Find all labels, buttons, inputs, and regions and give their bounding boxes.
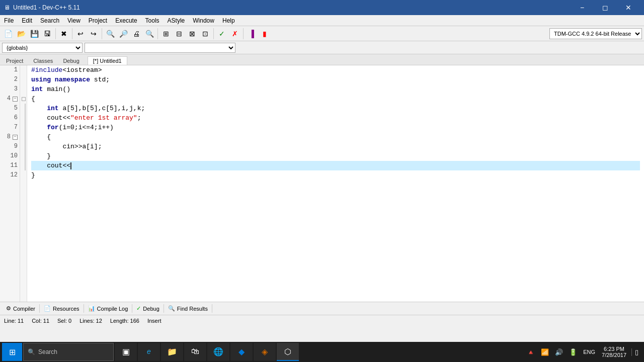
taskbar-explorer[interactable]: 📁: [161, 343, 183, 361]
code-line-10: }: [31, 151, 640, 161]
run2-button[interactable]: ▮: [259, 28, 271, 40]
taskbar-volume-icon[interactable]: 🔊: [553, 348, 565, 356]
sep5: [213, 28, 214, 39]
taskbar-search[interactable]: 🔍 Search: [23, 343, 114, 361]
taskbar-time: 6:23 PM: [602, 346, 626, 352]
fold-4[interactable]: −: [13, 97, 18, 102]
tb-grid3[interactable]: ⊠: [186, 28, 198, 40]
undo-button[interactable]: ↩: [74, 28, 87, 40]
left-gutter: [20, 65, 27, 302]
function-dropdown[interactable]: {globals}: [2, 43, 83, 53]
taskbar-show-desktop[interactable]: ▯: [631, 348, 640, 356]
status-resources[interactable]: 📄 Resources: [40, 304, 84, 313]
gutter-7: [20, 123, 27, 132]
tab-debug[interactable]: Debug: [59, 57, 83, 65]
code-area[interactable]: 1 2 3 4 − 5 6 7 8 − 9 10 11 12: [0, 65, 644, 302]
save-all-button[interactable]: 🖫: [41, 28, 53, 40]
taskbar-app1[interactable]: ◆: [230, 343, 253, 361]
menu-window[interactable]: Window: [189, 15, 218, 26]
cursor: [70, 162, 71, 169]
menu-help[interactable]: Help: [218, 15, 239, 26]
code-kw-namespace: namespace: [55, 75, 90, 84]
save-button[interactable]: 💾: [28, 28, 40, 40]
code-text-2: std;: [90, 75, 110, 84]
code-kw-using: using: [31, 75, 51, 84]
taskbar-lang-icon[interactable]: ENG: [582, 349, 597, 355]
close-button[interactable]: ✕: [617, 0, 640, 15]
status-debug[interactable]: ✓ Debug: [132, 304, 164, 313]
taskbar-up-icon[interactable]: 🔺: [525, 348, 536, 356]
tab-project[interactable]: Project: [2, 57, 27, 65]
compiler-label: Compiler: [13, 306, 35, 312]
line-num-5: 5: [2, 104, 18, 113]
gutter-9: [20, 142, 27, 151]
menu-file[interactable]: File: [0, 15, 18, 26]
taskbar-devcpp[interactable]: ⬡: [277, 343, 299, 361]
menu-edit[interactable]: Edit: [18, 15, 36, 26]
code-text-11: cout<<: [47, 161, 70, 170]
menu-execute[interactable]: Execute: [111, 15, 141, 26]
toolbar1: 📄 📂 💾 🖫 ✖ ↩ ↪ 🔍 🔎 🖨 🔍 ⊞ ⊟ ⊠ ⊡ ✓ ✗ ▐ ▮ TD…: [0, 26, 644, 41]
gutter-3: [20, 84, 27, 94]
zoom-in-button[interactable]: 🔍: [104, 28, 116, 40]
menu-astyle[interactable]: AStyle: [164, 15, 189, 26]
tb-grid1[interactable]: ⊞: [160, 28, 172, 40]
code-indent-10: [31, 151, 47, 161]
debug-label: Debug: [143, 306, 159, 312]
start-button[interactable]: ⊞: [2, 343, 22, 361]
project-nav-tabs: Project Classes Debug: [2, 57, 84, 65]
file-tab-untitled1[interactable]: [*] Untitled1: [88, 56, 127, 65]
status-compile-log[interactable]: 📊 Compile Log: [84, 304, 133, 313]
taskbar-battery-icon[interactable]: 🔋: [568, 348, 579, 356]
fold-8[interactable]: −: [13, 135, 18, 140]
redo-button[interactable]: ↪: [88, 28, 100, 40]
debug-check-icon: ✓: [136, 305, 141, 312]
gutter-1: [20, 65, 27, 75]
status-find-results[interactable]: 🔍 Find Results: [164, 304, 212, 313]
menu-project[interactable]: Project: [85, 15, 111, 26]
code-line-11[interactable]: cout<<: [31, 161, 640, 170]
taskbar-store[interactable]: 🛍: [184, 343, 206, 361]
line-num-10: 10: [2, 151, 18, 161]
minimize-button[interactable]: −: [571, 0, 594, 15]
compile-error-button[interactable]: ✗: [229, 28, 241, 40]
open-button[interactable]: 📂: [15, 28, 27, 40]
line-num-1: 1: [2, 65, 18, 75]
search-icon: 🔍: [28, 348, 35, 355]
run-button[interactable]: ▐: [246, 28, 258, 40]
tab-classes[interactable]: Classes: [29, 57, 57, 65]
sep1: [55, 28, 56, 39]
tb-grid2[interactable]: ⊟: [173, 28, 185, 40]
status-sel: Sel: 0: [57, 318, 71, 324]
print-button[interactable]: 🖨: [130, 28, 142, 40]
taskbar-app2[interactable]: ◈: [254, 343, 276, 361]
zoom-out-button[interactable]: 🔎: [117, 28, 129, 40]
gutter-8: [20, 132, 27, 142]
taskbar-network-icon[interactable]: 📶: [539, 348, 550, 356]
status-compiler[interactable]: ⚙ Compiler: [2, 304, 40, 313]
taskbar-clock[interactable]: 6:23 PM 7/28/2017: [600, 346, 628, 358]
taskbar-chrome[interactable]: 🌐: [207, 343, 229, 361]
taskbar-edge[interactable]: e: [138, 343, 160, 361]
line-num-11: 11: [2, 161, 18, 170]
maximize-button[interactable]: ◻: [594, 0, 617, 15]
compiler-select[interactable]: TDM-GCC 4.9.2 64-bit Release: [549, 28, 642, 39]
title-bar-left: 🖥 Untitled1 - Dev-C++ 5.11: [4, 4, 80, 11]
code-line-6: cout<<"enter 1st array";: [31, 113, 640, 123]
compile-check-button[interactable]: ✓: [216, 28, 228, 40]
code-lines[interactable]: #include<iostream> using namespace std; …: [27, 65, 644, 302]
find-results-icon: 🔍: [168, 305, 175, 312]
tb-grid4[interactable]: ⊡: [199, 28, 211, 40]
menu-search[interactable]: Search: [36, 15, 63, 26]
new-button[interactable]: 📄: [2, 28, 14, 40]
code-line-9: cin>>a[i];: [31, 142, 640, 151]
find-button[interactable]: 🔍: [143, 28, 155, 40]
menu-tools[interactable]: Tools: [141, 15, 164, 26]
close-file-button[interactable]: ✖: [58, 28, 70, 40]
line-numbers: 1 2 3 4 − 5 6 7 8 − 9 10 11 12: [0, 65, 20, 302]
status-length: Length: 166: [110, 318, 139, 324]
taskbar-task-view[interactable]: ▣: [115, 343, 137, 361]
code-line-5: int a[5],b[5],c[5],i,j,k;: [31, 104, 640, 113]
function-dropdown2[interactable]: [85, 43, 235, 53]
menu-view[interactable]: View: [63, 15, 85, 26]
